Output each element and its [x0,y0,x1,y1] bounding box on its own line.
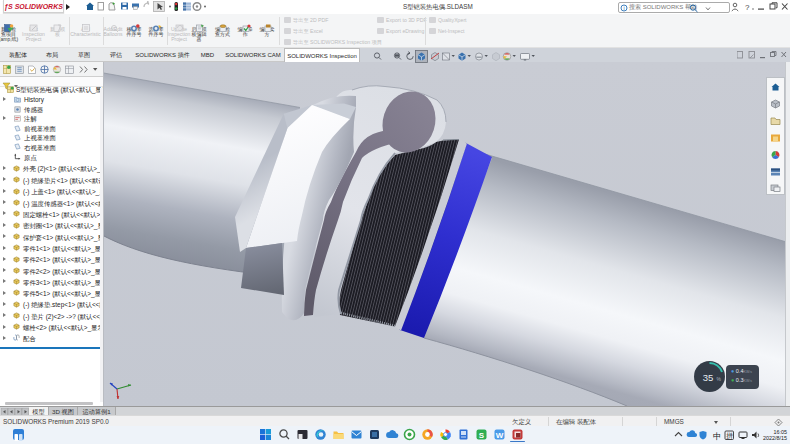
svg-text:S: S [479,431,485,440]
svg-text:W: W [496,431,504,440]
svg-text:拼: 拼 [726,432,733,439]
svg-text:35: 35 [703,372,714,383]
svg-text:i: i [623,5,624,11]
svg-text:中: 中 [713,431,722,441]
svg-text:%: % [717,376,722,382]
svg-text:?: ? [745,3,750,12]
